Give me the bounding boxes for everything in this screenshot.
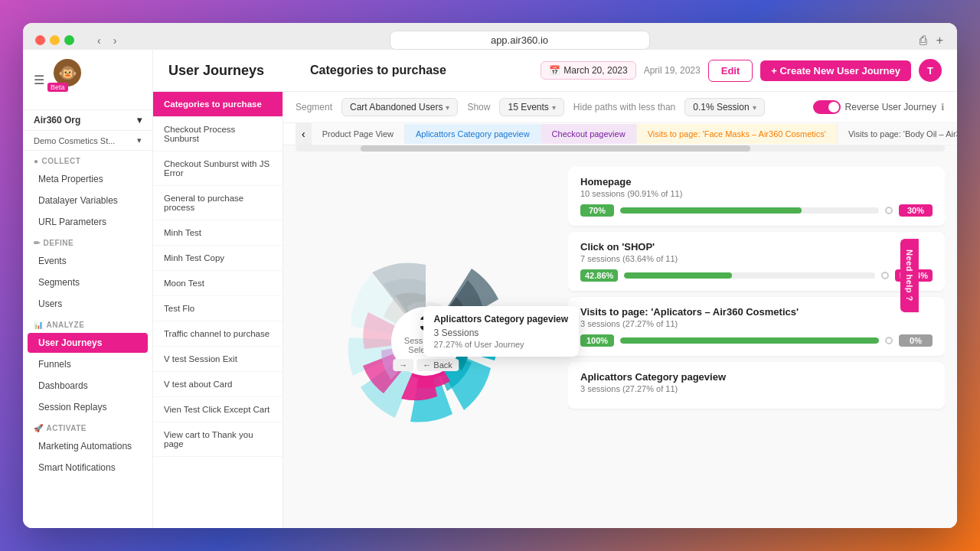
journey-item-checkout-process[interactable]: Checkout Process Sunburst [153, 117, 283, 152]
journey-item-minh-copy[interactable]: Minh Test Copy [153, 246, 283, 271]
project-name: Demo Cosmetics St... [34, 136, 115, 145]
define-label: DEFINE [44, 239, 74, 247]
browser-nav: ‹ › [93, 33, 121, 48]
segment-dropdown[interactable]: Cart Abandoned Users ▾ [341, 98, 458, 116]
page-title: User Journeys [168, 63, 264, 79]
reverse-toggle[interactable] [813, 100, 841, 114]
project-selector[interactable]: Demo Cosmetics St... ▾ [23, 131, 152, 151]
stats-card-shop-sub: 7 sessions (63.64% of 11) [580, 254, 933, 263]
hamburger-icon[interactable]: ☰ [34, 73, 44, 87]
close-button[interactable] [35, 35, 45, 45]
hide-paths-label: Hide paths with less than [573, 102, 675, 112]
create-journey-button[interactable]: + Create New User Journey [760, 60, 911, 81]
journey-item-view-cart[interactable]: View cart to Thank you page [153, 422, 283, 457]
edit-button[interactable]: Edit [708, 60, 753, 82]
journey-item-v-exit[interactable]: V test Session Exit [153, 347, 283, 372]
journey-item-vien-test[interactable]: Vien Test Click Except Cart [153, 397, 283, 422]
sidebar-item-meta-properties[interactable]: Meta Properties [28, 169, 148, 189]
show-dropdown[interactable]: 15 Events ▾ [499, 98, 564, 116]
hide-paths-dropdown[interactable]: 0.1% Session ▾ [684, 98, 764, 116]
sidebar-item-marketing-automations[interactable]: Marketing Automations [28, 436, 148, 456]
stats-panel: Homepage 10 sessions (90.91% of 11) 70% … [568, 167, 945, 516]
stats-left-pct-3: 100% [580, 334, 614, 347]
scroll-left-button[interactable]: ‹ [296, 123, 312, 145]
traffic-lights [35, 35, 74, 45]
stats-card-homepage-title: Homepage [580, 176, 933, 187]
horizontal-scrollbar[interactable] [296, 145, 945, 152]
org-selector[interactable]: Air360 Org ▾ [23, 110, 152, 131]
new-tab-icon[interactable]: + [935, 32, 945, 49]
show-label: Show [467, 102, 490, 112]
step-tab-product-page[interactable]: Product Page View [312, 124, 405, 144]
journey-item-categories[interactable]: Categories to purchase [153, 92, 283, 117]
journey-item-traffic[interactable]: Traffic channel to purchase [153, 321, 283, 347]
reverse-toggle-area: Reverse User Journey ℹ [813, 100, 945, 114]
journey-item-checkout-sunburst[interactable]: Checkout Sunburst with JS Error [153, 152, 283, 186]
journey-item-general[interactable]: General to purchase process [153, 186, 283, 220]
collect-icon: ● [34, 157, 39, 165]
sidebar: ☰ 🐵 Beta Air360 Org ▾ Demo Cosmetics St.… [23, 50, 153, 528]
browser-actions: ⎙ + [918, 32, 945, 49]
sunburst-container: 3 Sessions in Selection → ← Back Apl [296, 167, 556, 516]
hide-paths-chevron-icon: ▾ [753, 103, 756, 112]
sidebar-item-funnels[interactable]: Funnels [28, 354, 148, 374]
progress-dot-1 [885, 207, 893, 214]
share-icon[interactable]: ⎙ [918, 32, 929, 49]
main-content: User Journeys Categories to purchase 📅 M… [153, 50, 957, 528]
url-bar[interactable]: app.air360.io [390, 31, 650, 50]
stats-card-shop: Click on 'SHOP' 7 sessions (63.64% of 11… [568, 232, 945, 291]
stats-card-shop-title: Click on 'SHOP' [580, 241, 933, 253]
date-separator: April 19, 2023 [644, 65, 701, 76]
chart-and-stats: 3 Sessions in Selection → ← Back Apl [283, 155, 957, 528]
stats-card-aplicators-sub: 3 sessions (27.27% of 11) [580, 319, 933, 328]
segment-label: Segment [296, 102, 332, 112]
forward-arrow[interactable]: › [109, 33, 122, 48]
sidebar-item-dashboards[interactable]: Dashboards [28, 376, 148, 396]
sidebar-item-datalayer-variables[interactable]: Datalayer Variables [28, 191, 148, 210]
sidebar-item-url-parameters[interactable]: URL Parameters [28, 212, 148, 232]
journey-item-minh-test[interactable]: Minh Test [153, 220, 283, 246]
need-help-tab[interactable]: Need help ? [900, 239, 919, 312]
sidebar-item-segments[interactable]: Segments [28, 272, 148, 292]
step-tab-body-oil[interactable]: Visits to page: 'Body Oil – Air360 Cosme… [838, 124, 957, 144]
top-bar: User Journeys Categories to purchase 📅 M… [153, 50, 957, 92]
stats-card-shop-bar: 42.86% 57.14% [580, 269, 933, 282]
progress-fill-2 [624, 272, 732, 279]
show-chevron-icon: ▾ [552, 103, 556, 112]
date-start: March 20, 2023 [564, 65, 627, 76]
scrollbar-thumb [361, 145, 750, 152]
step-tab-face-masks[interactable]: Visits to page: 'Face Masks – Air360 Cos… [637, 124, 838, 144]
step-tab-checkout[interactable]: Checkout pageview [541, 124, 637, 144]
content-area: Categories to purchase Checkout Process … [153, 92, 957, 528]
journey-item-v-card[interactable]: V test about Card [153, 372, 283, 397]
back-arrow[interactable]: ‹ [93, 33, 106, 48]
step-tab-aplicattors[interactable]: Aplicattors Category pageview [405, 124, 541, 144]
sidebar-item-users[interactable]: Users [28, 294, 148, 314]
sidebar-item-user-journeys[interactable]: User Journeys [28, 333, 148, 353]
maximize-button[interactable] [64, 35, 74, 45]
stats-card-aplicators-bar: 100% 0% [580, 334, 933, 347]
stats-left-pct-1: 70% [580, 204, 614, 217]
sidebar-item-events[interactable]: Events [28, 251, 148, 271]
stats-card-aplicators: Visits to page: 'Aplicators – Air360 Cos… [568, 297, 945, 356]
define-icon: ✏ [34, 239, 41, 247]
info-icon[interactable]: ℹ [941, 102, 945, 112]
progress-bar-3 [620, 337, 879, 344]
analyze-section: 📊 ANALYZE [23, 315, 152, 332]
progress-fill-1 [620, 207, 802, 214]
activate-section: 🚀 ACTIVATE [23, 418, 152, 435]
tooltip: Aplicattors Category pageview 3 Sessions… [423, 306, 579, 357]
minimize-button[interactable] [50, 35, 60, 45]
segment-value: Cart Abandoned Users [350, 102, 443, 112]
sidebar-item-smart-notifications[interactable]: Smart Notifications [28, 458, 148, 478]
step-tabs: ‹ Product Page View Aplicattors Category… [283, 123, 957, 145]
toggle-knob [828, 102, 839, 112]
stats-card-homepage: Homepage 10 sessions (90.91% of 11) 70% … [568, 167, 945, 226]
journey-item-test-flo[interactable]: Test Flo [153, 296, 283, 321]
analyze-icon: 📊 [34, 321, 44, 329]
journey-title: Categories to purchase [310, 64, 446, 77]
analyze-label: ANALYZE [47, 321, 85, 329]
sidebar-item-session-replays[interactable]: Session Replays [28, 397, 148, 417]
journey-item-moon-test[interactable]: Moon Test [153, 271, 283, 296]
user-avatar[interactable]: T [919, 59, 942, 82]
